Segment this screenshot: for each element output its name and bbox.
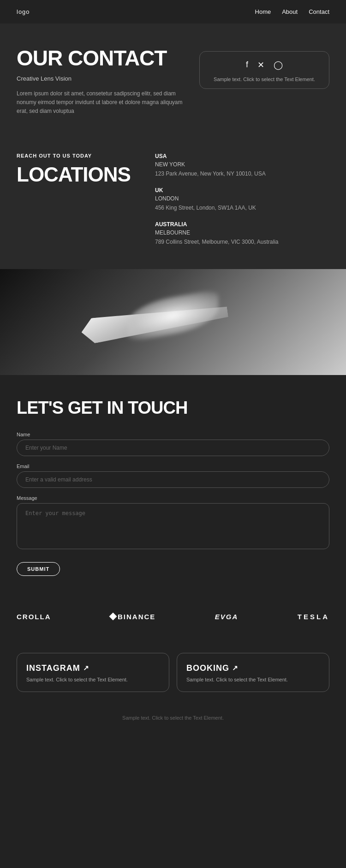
binance-icon bbox=[109, 613, 117, 621]
navbar: logo Home About Contact bbox=[0, 0, 346, 23]
cream-smear bbox=[128, 289, 219, 342]
city-new-york: NEW YORK bbox=[155, 161, 329, 168]
email-input[interactable] bbox=[17, 471, 329, 488]
social-box: f ✕ ◯ Sample text. Click to select the T… bbox=[199, 51, 329, 89]
country-usa: USA bbox=[155, 153, 329, 159]
hero-description: Lorem ipsum dolor sit amet, consetetur s… bbox=[17, 89, 192, 116]
instagram-icon[interactable]: ◯ bbox=[274, 60, 283, 70]
name-label: Name bbox=[17, 432, 329, 437]
knife-visual bbox=[58, 281, 288, 364]
booking-sample-text: Sample text. Click to select the Text El… bbox=[186, 677, 320, 682]
locations-right: USA NEW YORK 123 Park Avenue, New York, … bbox=[146, 153, 329, 246]
address-new-york: 123 Park Avenue, New York, NY 10010, USA bbox=[155, 170, 329, 178]
city-london: LONDON bbox=[155, 195, 329, 202]
social-icons: f ✕ ◯ bbox=[214, 60, 315, 70]
booking-arrow-icon: ↗ bbox=[232, 664, 239, 672]
email-label: Email bbox=[17, 463, 329, 469]
hero-section: OUR CONTACT Creative Lens Vision Lorem i… bbox=[0, 23, 346, 135]
twitter-icon[interactable]: ✕ bbox=[257, 60, 264, 70]
address-melbourne: 789 Collins Street, Melbourne, VIC 3000,… bbox=[155, 238, 329, 246]
email-field-group: Email bbox=[17, 463, 329, 488]
message-label: Message bbox=[17, 495, 329, 501]
reach-out-label: REACH OUT TO US TODAY bbox=[17, 153, 146, 158]
footer-text: Sample text. Click to select the Text El… bbox=[122, 715, 224, 721]
locations-section: REACH OUT TO US TODAY LOCATIONS USA NEW … bbox=[0, 135, 346, 269]
locations-title: LOCATIONS bbox=[17, 163, 146, 186]
country-australia: AUSTRALIA bbox=[155, 221, 329, 228]
contact-title: LET'S GET IN TOUCH bbox=[17, 398, 329, 418]
country-uk: UK bbox=[155, 187, 329, 194]
brand-binance: BINANCE bbox=[110, 613, 155, 621]
cta-booking-title: BOOKING ↗ bbox=[186, 663, 320, 673]
brand-tesla: TESLA bbox=[298, 613, 329, 621]
address-london: 456 King Street, London, SW1A 1AA, UK bbox=[155, 204, 329, 212]
instagram-sample-text: Sample text. Click to select the Text El… bbox=[26, 677, 160, 682]
nav-link-contact[interactable]: Contact bbox=[309, 8, 329, 15]
instagram-arrow-icon: ↗ bbox=[83, 664, 89, 672]
contact-section: LET'S GET IN TOUCH Name Email Message SU… bbox=[0, 375, 346, 594]
cta-instagram-title: INSTAGRAM ↗ bbox=[26, 663, 160, 673]
message-textarea[interactable] bbox=[17, 503, 329, 549]
hero-image bbox=[0, 269, 346, 375]
locations-left: REACH OUT TO US TODAY LOCATIONS bbox=[17, 153, 146, 246]
cta-card-instagram[interactable]: INSTAGRAM ↗ Sample text. Click to select… bbox=[17, 653, 169, 692]
nav-link-about[interactable]: About bbox=[282, 8, 298, 15]
logo: logo bbox=[17, 8, 30, 15]
cta-section: INSTAGRAM ↗ Sample text. Click to select… bbox=[0, 639, 346, 706]
city-melbourne: MELBOURNE bbox=[155, 229, 329, 236]
footer: Sample text. Click to select the Text El… bbox=[0, 706, 346, 731]
social-sample-text: Sample text. Click to select the Text El… bbox=[214, 76, 315, 82]
facebook-icon[interactable]: f bbox=[246, 60, 248, 70]
name-field-group: Name bbox=[17, 432, 329, 456]
brand-crolla: CROLLA bbox=[17, 613, 51, 621]
nav-link-home[interactable]: Home bbox=[255, 8, 271, 15]
submit-button[interactable]: SUBMIT bbox=[17, 562, 60, 576]
message-field-group: Message bbox=[17, 495, 329, 551]
nav-links: Home About Contact bbox=[255, 8, 329, 15]
name-input[interactable] bbox=[17, 440, 329, 456]
cta-card-booking[interactable]: BOOKING ↗ Sample text. Click to select t… bbox=[177, 653, 329, 692]
logos-section: CROLLA BINANCE EVGA TESLA bbox=[0, 594, 346, 639]
brand-evga: EVGA bbox=[215, 613, 239, 621]
